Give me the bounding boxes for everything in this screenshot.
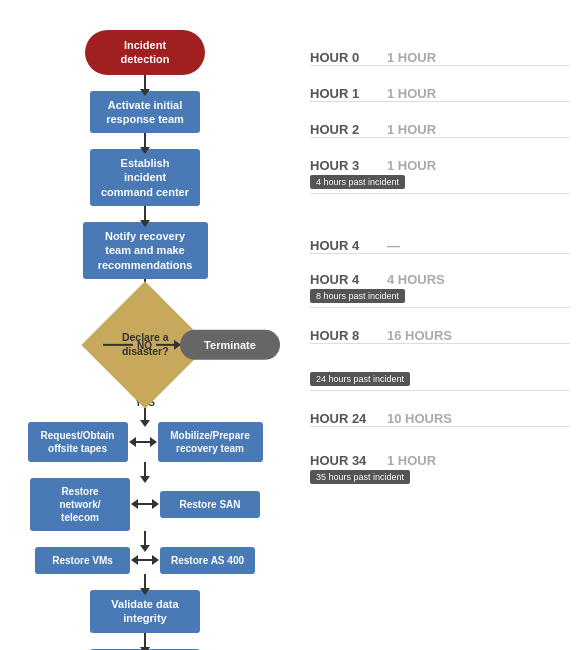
notify-recovery-node: Notify recovery team and make recommenda… — [83, 222, 208, 279]
divider-2 — [310, 137, 570, 138]
duration-label-0: 1 HOUR — [387, 50, 436, 65]
page: Incident detection Activate initial resp… — [0, 0, 580, 650]
arrow-1 — [144, 75, 146, 91]
arrow-yes — [144, 408, 146, 422]
restore-san-node: Restore SAN — [160, 491, 260, 518]
arrow-group-4 — [144, 574, 146, 590]
divider-6 — [310, 343, 570, 344]
hour-label-2: HOUR 2 — [310, 122, 375, 137]
duration-label-5: 4 HOURS — [387, 272, 445, 287]
timeline-entry-4: HOUR 4 — — [290, 198, 580, 264]
request-tapes-node: Request/Obtain offsite tapes — [28, 422, 128, 462]
arrow-7 — [144, 574, 146, 590]
timeline-entry-7: 24 hours past incident — [290, 354, 580, 395]
arrow-5 — [144, 462, 146, 478]
timeline-entry-5: HOUR 4 4 HOURS 8 hours past incident — [290, 264, 580, 312]
arrow-3 — [144, 206, 146, 222]
bidirectional-arrow-3 — [136, 559, 154, 561]
timeline-entry-3: HOUR 3 1 HOUR 4 hours past incident — [290, 148, 580, 198]
timeline-row-4: HOUR 4 — — [310, 238, 570, 253]
arrow-group-2 — [144, 462, 146, 478]
timeline-row-5: HOUR 4 4 HOURS — [310, 272, 570, 287]
duration-label-9: 1 HOUR — [387, 453, 436, 468]
no-arrowhead — [174, 340, 181, 350]
timeline-row-6: HOUR 8 16 HOURS — [310, 328, 570, 343]
duration-label-4: — — [387, 238, 400, 253]
no-label: NO — [137, 339, 152, 350]
arrow-group-3 — [144, 531, 146, 547]
dual-row-1: Request/Obtain offsite tapes Mobilize/Pr… — [0, 422, 290, 462]
divider-3 — [310, 193, 570, 194]
hour-label-3: HOUR 3 — [310, 158, 375, 173]
activate-response-node: Activate initial response team — [90, 91, 200, 134]
divider-7 — [310, 390, 570, 391]
badge-9: 35 hours past incident — [310, 470, 410, 484]
timeline-entry-9: HOUR 34 1 HOUR 35 hours past incident — [290, 437, 580, 488]
bidirectional-arrow-2 — [136, 503, 154, 505]
dual-row-2: Restore network/ telecom Restore SAN — [0, 478, 290, 531]
timeline-row-3: HOUR 3 1 HOUR — [310, 158, 570, 173]
incident-detection-node: Incident detection — [85, 30, 205, 75]
badge-3: 4 hours past incident — [310, 175, 405, 189]
diagram-column: Incident detection Activate initial resp… — [0, 20, 290, 650]
establish-command-node: Establish incident command center — [90, 149, 200, 206]
timeline-row-9: HOUR 34 1 HOUR — [310, 453, 570, 468]
timeline-column: HOUR 0 1 HOUR HOUR 1 1 HOUR HOUR 2 1 HOU… — [290, 20, 580, 650]
timeline-row-2: HOUR 2 1 HOUR — [310, 122, 570, 137]
timeline-entry-1: HOUR 1 1 HOUR — [290, 76, 580, 112]
divider-1 — [310, 101, 570, 102]
arrow-6 — [144, 531, 146, 547]
timeline-entry-2: HOUR 2 1 HOUR — [290, 112, 580, 148]
duration-label-6: 16 HOURS — [387, 328, 452, 343]
no-arm: NO Terminate — [103, 330, 280, 360]
hour-label-8: HOUR 24 — [310, 411, 375, 426]
hour-label-4: HOUR 4 — [310, 238, 375, 253]
timeline-entry-0: HOUR 0 1 HOUR — [290, 30, 580, 76]
arrow-2 — [144, 133, 146, 149]
hour-label-5: HOUR 4 — [310, 272, 375, 287]
timeline-row-8: HOUR 24 10 HOURS — [310, 411, 570, 426]
arrow-8 — [144, 633, 146, 649]
divider-0 — [310, 65, 570, 66]
timeline-entry-8: HOUR 24 10 HOURS — [290, 395, 580, 437]
restore-vms-node: Restore VMs — [35, 547, 130, 574]
timeline-row-0: HOUR 0 1 HOUR — [310, 50, 570, 65]
restore-network-node: Restore network/ telecom — [30, 478, 130, 531]
incident-detection-group: Incident detection — [85, 30, 205, 91]
badge-5: 8 hours past incident — [310, 289, 405, 303]
duration-label-3: 1 HOUR — [387, 158, 436, 173]
hour-label-0: HOUR 0 — [310, 50, 375, 65]
declare-disaster-row: Declare a disaster? NO Terminate — [0, 295, 290, 395]
divider-4 — [310, 253, 570, 254]
duration-label-1: 1 HOUR — [387, 86, 436, 101]
hour-label-1: HOUR 1 — [310, 86, 375, 101]
hour-label-9: HOUR 34 — [310, 453, 375, 468]
establish-command-group: Establish incident command center — [90, 149, 200, 222]
no-line-2 — [156, 344, 176, 346]
hour-label-6: HOUR 8 — [310, 328, 375, 343]
validate-integrity-node: Validate data integrity — [90, 590, 200, 633]
duration-label-8: 10 HOURS — [387, 411, 452, 426]
validate-integrity-group: Validate data integrity — [90, 590, 200, 649]
duration-label-2: 1 HOUR — [387, 122, 436, 137]
timeline-row-1: HOUR 1 1 HOUR — [310, 86, 570, 101]
timeline-entry-6: HOUR 8 16 HOURS — [290, 312, 580, 354]
divider-5 — [310, 307, 570, 308]
activate-response-group: Activate initial response team — [90, 91, 200, 150]
bidirectional-arrow-1 — [134, 441, 152, 443]
divider-8 — [310, 426, 570, 427]
badge-7: 24 hours past incident — [310, 372, 410, 386]
no-line — [103, 344, 133, 346]
terminate-node: Terminate — [180, 330, 280, 360]
mobilize-team-node: Mobilize/Prepare recovery team — [158, 422, 263, 462]
restore-as400-node: Restore AS 400 — [160, 547, 255, 574]
